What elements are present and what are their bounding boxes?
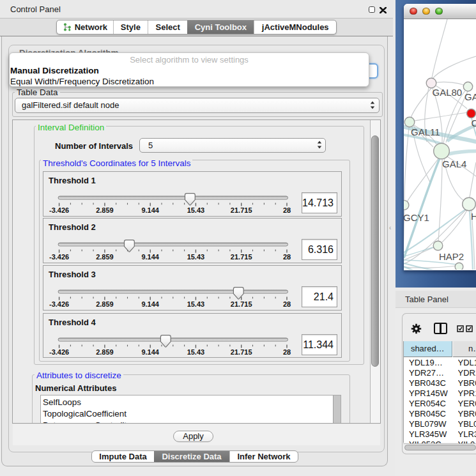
- svg-text:C: C: [472, 118, 476, 128]
- svg-text:GAL11: GAL11: [411, 127, 440, 137]
- svg-text:HAP2: HAP2: [439, 251, 464, 262]
- svg-text:21.715: 21.715: [231, 348, 252, 356]
- svg-text:28: 28: [283, 301, 291, 309]
- svg-text:21.715: 21.715: [231, 254, 252, 261]
- svg-text:21.715: 21.715: [231, 206, 252, 214]
- svg-text:28: 28: [283, 348, 291, 356]
- svg-text:2.859: 2.859: [96, 206, 114, 214]
- svg-text:H: H: [471, 211, 476, 222]
- svg-text:-3.426: -3.426: [49, 254, 69, 261]
- svg-text:-3.426: -3.426: [49, 348, 69, 356]
- svg-text:9.144: 9.144: [141, 254, 159, 261]
- svg-text:2.859: 2.859: [96, 254, 114, 261]
- svg-text:15.43: 15.43: [187, 254, 205, 261]
- svg-text:-3.426: -3.426: [49, 301, 69, 309]
- svg-text:9.144: 9.144: [141, 206, 159, 214]
- svg-text:GA: GA: [464, 91, 476, 102]
- svg-text:-3.426: -3.426: [49, 206, 69, 214]
- svg-text:9.144: 9.144: [141, 348, 159, 356]
- svg-text:GAL4: GAL4: [442, 158, 466, 169]
- svg-text:2.859: 2.859: [96, 301, 114, 309]
- svg-text:21.715: 21.715: [231, 301, 252, 309]
- svg-text:15.43: 15.43: [187, 206, 205, 214]
- svg-text:GCY1: GCY1: [404, 212, 429, 223]
- svg-text:28: 28: [283, 206, 291, 214]
- svg-text:9.144: 9.144: [141, 301, 159, 309]
- svg-text:15.43: 15.43: [187, 348, 205, 356]
- svg-text:15.43: 15.43: [187, 301, 205, 309]
- svg-text:GAL80: GAL80: [433, 87, 463, 98]
- svg-text:2.859: 2.859: [96, 348, 114, 356]
- svg-text:28: 28: [283, 254, 291, 261]
